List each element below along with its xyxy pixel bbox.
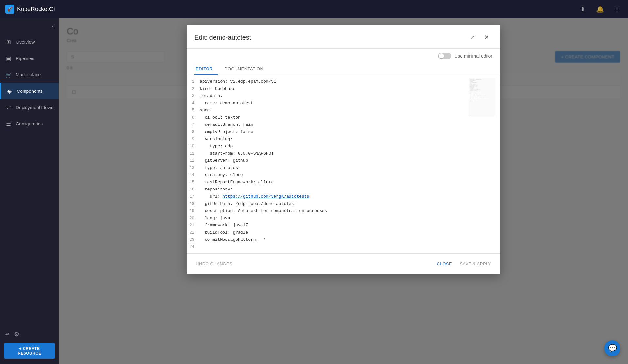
line-content: spec: bbox=[200, 107, 212, 114]
line-content: lang: java bbox=[200, 215, 230, 222]
line-content: versioning: bbox=[200, 136, 233, 143]
more-button[interactable]: ⋮ bbox=[611, 3, 623, 15]
sidebar-item-marketplace[interactable]: 🛒 Marketplace bbox=[0, 67, 59, 83]
overview-icon: ⊞ bbox=[5, 39, 12, 46]
line-content: commitMessagePattern: '' bbox=[200, 236, 266, 243]
line-number: 13 bbox=[187, 164, 200, 172]
line-number: 22 bbox=[187, 229, 200, 236]
line-content: buildTool: gradle bbox=[200, 229, 248, 236]
tab-editor[interactable]: EDITOR bbox=[194, 63, 218, 75]
code-line: 23 commitMessagePattern: '' bbox=[187, 236, 500, 243]
create-resource-button[interactable]: + CREATE RESOURCE bbox=[4, 343, 55, 359]
code-line: 5spec: bbox=[187, 107, 500, 114]
line-number: 9 bbox=[187, 136, 200, 143]
code-line: 10 type: edp bbox=[187, 143, 500, 150]
tab-documentation[interactable]: DOCUMENTATION bbox=[223, 63, 269, 75]
code-url-link[interactable]: https://github.com/SergK/autotests bbox=[223, 194, 309, 199]
modal-tabs: EDITOR DOCUMENTATION bbox=[187, 63, 500, 75]
app-name: KubeRocketCI bbox=[17, 6, 55, 13]
chat-fab-button[interactable]: 💬 bbox=[604, 340, 620, 356]
line-number: 16 bbox=[187, 186, 200, 193]
code-line: 24 bbox=[187, 243, 500, 251]
deployment-flows-icon: ⇌ bbox=[5, 104, 12, 111]
create-resource-label: + CREATE RESOURCE bbox=[8, 346, 51, 356]
undo-changes-button[interactable]: UNDO CHANGES bbox=[194, 259, 234, 269]
line-number: 18 bbox=[187, 200, 200, 207]
code-line: 2kind: Codebase bbox=[187, 85, 500, 92]
line-content: kind: Codebase bbox=[200, 85, 235, 92]
sidebar-item-deployment-flows[interactable]: ⇌ Deployment Flows bbox=[0, 99, 59, 116]
sidebar-item-label: Overview bbox=[16, 40, 35, 45]
modal-footer: UNDO CHANGES CLOSE SAVE & APPLY bbox=[187, 253, 500, 274]
code-editor[interactable]: 1apiVersion: v2.edp.epam.com/v12kind: Co… bbox=[187, 75, 500, 253]
expand-button[interactable]: ⤢ bbox=[466, 31, 478, 43]
footer-left: UNDO CHANGES bbox=[194, 259, 234, 269]
line-number: 23 bbox=[187, 236, 200, 243]
help-button[interactable]: ℹ bbox=[577, 3, 589, 15]
line-content: testReportFramework: allure bbox=[200, 179, 273, 186]
line-number: 5 bbox=[187, 107, 200, 114]
code-line: 11 startFrom: 0.0.0-SNAPSHOT bbox=[187, 150, 500, 157]
code-line: 13 type: autotest bbox=[187, 164, 500, 172]
line-number: 2 bbox=[187, 85, 200, 92]
chat-icon: 💬 bbox=[608, 344, 617, 353]
code-line: 6 ciTool: tekton bbox=[187, 114, 500, 121]
line-content: description: Autotest for demonstration … bbox=[200, 207, 327, 215]
line-content: startFrom: 0.0.0-SNAPSHOT bbox=[200, 150, 273, 157]
line-content: gitServer: github bbox=[200, 157, 248, 164]
line-number: 7 bbox=[187, 121, 200, 128]
sidebar-item-components[interactable]: ◈ Components bbox=[0, 83, 59, 99]
topbar-actions: ℹ 🔔 ⋮ bbox=[577, 3, 623, 15]
line-content: framework: java17 bbox=[200, 222, 248, 229]
sidebar-item-label: Marketplace bbox=[16, 72, 41, 77]
content-area: Co Crea + CREATE COMPONENT 0 it Type Act… bbox=[59, 18, 628, 364]
line-number: 20 bbox=[187, 215, 200, 222]
line-number: 4 bbox=[187, 100, 200, 107]
components-icon: ◈ bbox=[6, 88, 13, 95]
sidebar-item-label: Components bbox=[17, 89, 42, 94]
code-line: 4 name: demo-autotest bbox=[187, 100, 500, 107]
close-modal-button[interactable]: ✕ bbox=[481, 31, 492, 43]
sidebar: ‹ ⊞ Overview ▣ Pipelines 🛒 Marketplace ◈… bbox=[0, 18, 59, 364]
code-line: 18 gitUrlPath: /edp-robot/demo-autotest bbox=[187, 200, 500, 207]
sidebar-collapse-button[interactable]: ‹ bbox=[0, 18, 59, 34]
save-apply-button[interactable]: SAVE & APPLY bbox=[458, 259, 492, 269]
sidebar-item-configuration[interactable]: ☰ Configuration bbox=[0, 116, 59, 132]
close-button[interactable]: CLOSE bbox=[436, 259, 454, 269]
code-minimap: apiVersion: v2.edp.epam.com/v1kind: Code… bbox=[469, 78, 495, 117]
line-number: 10 bbox=[187, 143, 200, 150]
gear-icon[interactable]: ⚙ bbox=[14, 331, 19, 338]
line-content: strategy: clone bbox=[200, 172, 243, 179]
edit-modal: Edit: demo-autotest ⤢ ✕ Use minimal edit… bbox=[187, 25, 500, 274]
code-line: 12 gitServer: github bbox=[187, 157, 500, 164]
line-content: emptyProject: false bbox=[200, 128, 253, 136]
sidebar-item-pipelines[interactable]: ▣ Pipelines bbox=[0, 50, 59, 67]
modal-title: Edit: demo-autotest bbox=[194, 34, 251, 41]
settings-icon[interactable]: ✏ bbox=[5, 331, 10, 338]
line-number: 19 bbox=[187, 207, 200, 215]
notifications-button[interactable]: 🔔 bbox=[594, 3, 606, 15]
close-label: CLOSE bbox=[437, 261, 452, 266]
sidebar-bottom: ✏ ⚙ bbox=[0, 325, 59, 343]
line-content: name: demo-autotest bbox=[200, 100, 253, 107]
code-line: 21 framework: java17 bbox=[187, 222, 500, 229]
line-content: repository: bbox=[200, 186, 233, 193]
marketplace-icon: 🛒 bbox=[5, 71, 12, 78]
line-number: 11 bbox=[187, 150, 200, 157]
line-number: 3 bbox=[187, 92, 200, 100]
sidebar-item-overview[interactable]: ⊞ Overview bbox=[0, 34, 59, 50]
code-line: 9 versioning: bbox=[187, 136, 500, 143]
code-line: 14 strategy: clone bbox=[187, 172, 500, 179]
line-number: 24 bbox=[187, 243, 200, 251]
topbar: 🚀 KubeRocketCI ℹ 🔔 ⋮ bbox=[0, 0, 628, 18]
logo-icon: 🚀 bbox=[5, 5, 14, 14]
footer-right: CLOSE SAVE & APPLY bbox=[436, 259, 492, 269]
tab-documentation-label: DOCUMENTATION bbox=[224, 66, 263, 71]
save-label: SAVE & APPLY bbox=[460, 261, 491, 266]
minimal-editor-toggle[interactable] bbox=[438, 53, 451, 59]
code-line: 1apiVersion: v2.edp.epam.com/v1 bbox=[187, 78, 500, 85]
code-line: 8 emptyProject: false bbox=[187, 128, 500, 136]
line-number: 8 bbox=[187, 128, 200, 136]
line-number: 12 bbox=[187, 157, 200, 164]
line-content: gitUrlPath: /edp-robot/demo-autotest bbox=[200, 200, 296, 207]
